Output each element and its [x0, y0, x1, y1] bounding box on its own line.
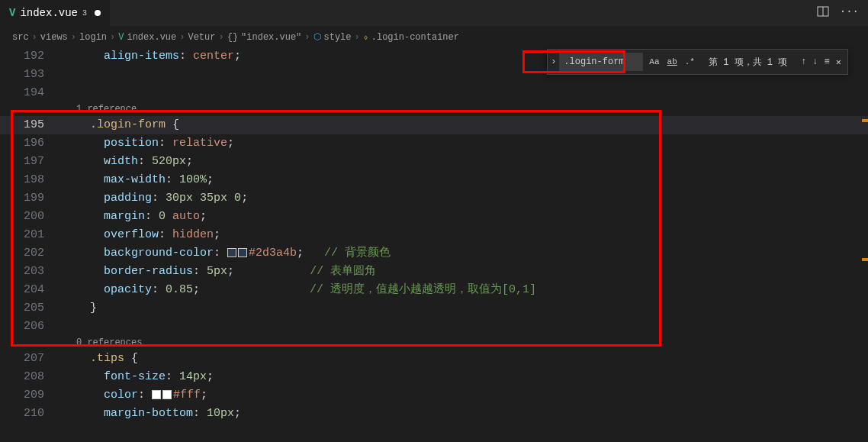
codelens-references[interactable]: 1 reference	[0, 102, 868, 116]
chevron-right-icon: ›	[179, 32, 185, 43]
line-number: 198	[0, 171, 61, 189]
code-content[interactable]: overflow: hidden;	[61, 226, 220, 244]
match-case-button[interactable]: Aa	[646, 56, 662, 68]
color-swatch-icon[interactable]	[238, 248, 247, 257]
code-line[interactable]: 205 }	[0, 299, 868, 318]
breadcrumb-item[interactable]: "index.vue"	[241, 32, 301, 43]
css-class-icon: ⬨	[363, 32, 368, 43]
line-number: 197	[0, 153, 61, 171]
code-content[interactable]: color: #fff;	[61, 386, 207, 405]
code-line[interactable]: 203 border-radius: 5px; // 表单圆角	[0, 263, 868, 281]
dirty-indicator-icon	[95, 10, 101, 16]
tab-actions: ···	[817, 5, 868, 21]
code-content[interactable]: opacity: 0.85; // 透明度，值越小越越透明，取值为[0,1]	[61, 281, 536, 299]
chevron-right-icon: ›	[304, 32, 310, 43]
code-line[interactable]: 198 max-width: 100%;	[0, 171, 868, 189]
more-actions-icon[interactable]: ···	[840, 5, 859, 21]
code-line[interactable]: 195 .login-form {	[0, 116, 868, 134]
line-number: 205	[0, 299, 61, 318]
find-widget: › Aa ab .* 第 1 项，共 1 项 ↑ ↓ ≡ ✕	[547, 49, 848, 75]
line-number: 209	[0, 386, 61, 405]
find-next-icon[interactable]: ↓	[812, 56, 818, 68]
breadcrumb-item[interactable]: login	[79, 32, 107, 43]
find-toggle-replace-icon[interactable]: ›	[548, 56, 559, 67]
code-content[interactable]: .login-form {	[61, 116, 179, 134]
code-content[interactable]: width: 520px;	[61, 153, 193, 171]
code-content[interactable]: position: relative;	[61, 134, 234, 153]
find-nav: ↑ ↓ ≡ ✕	[795, 56, 847, 68]
code-line[interactable]: 199 padding: 30px 35px 0;	[0, 189, 868, 208]
code-content[interactable]: align-items: center;	[61, 47, 241, 66]
breadcrumb-item[interactable]: src	[12, 32, 29, 43]
find-prev-icon[interactable]: ↑	[801, 56, 806, 68]
code-content[interactable]: .tips {	[61, 350, 138, 368]
tab-active[interactable]: V index.vue 3	[0, 0, 110, 27]
line-number: 193	[0, 66, 61, 84]
breadcrumb-item[interactable]: views	[40, 32, 68, 43]
code-line[interactable]: 210 margin-bottom: 10px;	[0, 405, 868, 423]
code-line[interactable]: 201 overflow: hidden;	[0, 226, 868, 244]
code-content[interactable]: background-color: #2d3a4b; // 背景颜色	[61, 244, 391, 263]
find-in-selection-icon[interactable]: ≡	[825, 56, 830, 68]
chevron-right-icon: ›	[32, 32, 37, 43]
tab-bar: V index.vue 3 ···	[0, 0, 868, 27]
match-whole-word-button[interactable]: ab	[664, 56, 680, 68]
code-line[interactable]: 200 margin: 0 auto;	[0, 208, 868, 226]
line-number: 202	[0, 244, 61, 263]
line-number: 210	[0, 405, 61, 423]
chevron-right-icon: ›	[71, 32, 76, 43]
line-number: 196	[0, 134, 61, 153]
code-line[interactable]: 208 font-size: 14px;	[0, 368, 868, 386]
overview-ruler[interactable]	[862, 44, 868, 426]
code-line[interactable]: 196 position: relative;	[0, 134, 868, 153]
code-line[interactable]: 207 .tips {	[0, 350, 868, 368]
code-content[interactable]: border-radius: 5px; // 表单圆角	[61, 263, 376, 281]
vue-file-icon: V	[9, 7, 15, 19]
codelens-references[interactable]: 0 references	[0, 336, 868, 350]
overview-mark	[862, 119, 868, 122]
breadcrumb-item[interactable]: style	[324, 32, 352, 43]
tab-badge: 3	[82, 9, 87, 18]
color-swatch-icon[interactable]	[162, 390, 172, 399]
breadcrumb[interactable]: src› views› login› V index.vue› Vetur› {…	[0, 27, 868, 47]
overview-mark	[862, 258, 868, 261]
code-content[interactable]: max-width: 100%;	[61, 171, 214, 189]
line-number: 199	[0, 189, 61, 208]
chevron-right-icon: ›	[218, 32, 223, 43]
code-content[interactable]: margin: 0 auto;	[61, 208, 207, 226]
line-number: 203	[0, 263, 61, 281]
vue-file-icon: V	[118, 32, 124, 43]
line-number: 207	[0, 350, 61, 368]
code-content[interactable]: padding: 30px 35px 0;	[61, 189, 248, 208]
code-line[interactable]: 197 width: 520px;	[0, 153, 868, 171]
code-line[interactable]: 209 color: #fff;	[0, 386, 868, 405]
line-number: 192	[0, 47, 61, 66]
code-content[interactable]: }	[61, 299, 97, 318]
split-editor-icon[interactable]	[817, 5, 829, 21]
code-content[interactable]: margin-bottom: 10px;	[61, 405, 241, 423]
find-close-icon[interactable]: ✕	[836, 56, 841, 68]
regex-button[interactable]: .*	[682, 56, 698, 68]
find-options: Aa ab .*	[643, 56, 701, 68]
code-line[interactable]: 194	[0, 84, 868, 102]
breadcrumb-item[interactable]: index.vue	[127, 32, 176, 43]
line-number: 194	[0, 84, 61, 102]
color-swatch-icon[interactable]	[152, 390, 161, 399]
breadcrumb-item[interactable]: .login-container	[371, 32, 459, 43]
code-line[interactable]: 206	[0, 318, 868, 336]
line-number: 204	[0, 281, 61, 299]
tab-filename: index.vue	[20, 7, 78, 19]
line-number: 195	[0, 116, 61, 134]
code-editor[interactable]: 192 align-items: center;1931941 referenc…	[0, 47, 868, 423]
code-line[interactable]: 202 background-color: #2d3a4b; // 背景颜色	[0, 244, 868, 263]
code-content[interactable]: font-size: 14px;	[61, 368, 214, 386]
code-line[interactable]: 204 opacity: 0.85; // 透明度，值越小越越透明，取值为[0,…	[0, 281, 868, 299]
line-number: 206	[0, 318, 61, 336]
object-icon: {}	[227, 32, 238, 43]
breadcrumb-item[interactable]: Vetur	[188, 32, 215, 43]
chevron-right-icon: ›	[355, 32, 360, 43]
style-icon: ⬡	[313, 31, 321, 43]
line-number: 208	[0, 368, 61, 386]
find-input[interactable]	[559, 53, 643, 71]
color-swatch-icon[interactable]	[227, 248, 236, 257]
